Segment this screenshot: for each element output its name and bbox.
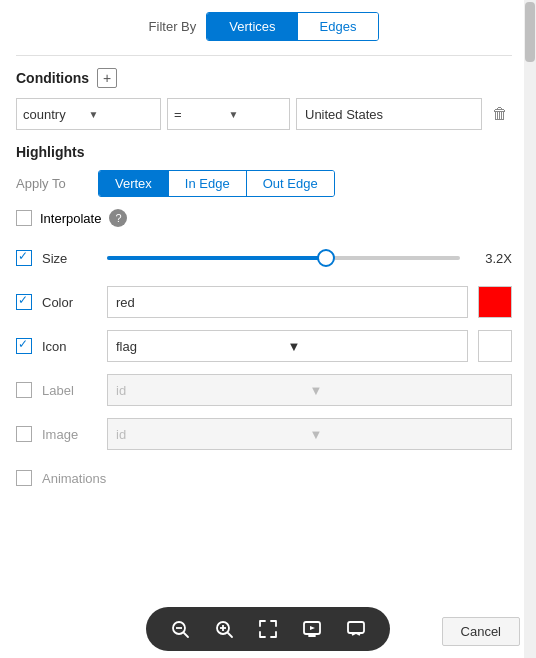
play-icon [302, 619, 322, 639]
vertices-button[interactable]: Vertices [207, 13, 297, 40]
content-area: Filter By Vertices Edges Conditions + co… [0, 0, 536, 658]
icon-select[interactable]: flag ▼ [107, 330, 468, 362]
size-checkbox[interactable] [16, 250, 32, 266]
zoom-in-icon [214, 619, 234, 639]
interpolate-label: Interpolate [40, 211, 101, 226]
panel: Filter By Vertices Edges Conditions + co… [0, 0, 536, 517]
bottom-toolbar: Cancel [0, 600, 536, 658]
condition-operator-value: = [174, 107, 229, 122]
condition-value-input[interactable] [296, 98, 482, 130]
svg-marker-8 [310, 626, 315, 630]
interpolate-checkbox[interactable] [16, 210, 32, 226]
animations-checkbox[interactable] [16, 470, 32, 486]
svg-line-2 [184, 633, 188, 637]
highlights-section: Highlights Apply To Vertex In Edge Out E… [16, 144, 512, 495]
size-value: 3.2X [480, 251, 512, 266]
image-select[interactable]: id ▼ [107, 418, 512, 450]
interpolate-row: Interpolate ? [16, 209, 512, 227]
size-row: Size 3.2X [16, 241, 512, 275]
label-dropdown-arrow: ▼ [310, 383, 504, 398]
delete-condition-button[interactable]: 🗑 [488, 105, 512, 123]
edges-button[interactable]: Edges [298, 13, 379, 40]
cancel-button[interactable]: Cancel [442, 617, 520, 646]
condition-operator-arrow: ▼ [228, 109, 283, 120]
chat-button[interactable] [342, 615, 370, 643]
animations-label: Animations [42, 471, 106, 486]
svg-rect-10 [348, 622, 364, 633]
label-checkbox[interactable] [16, 382, 32, 398]
condition-field-arrow: ▼ [88, 109, 153, 120]
label-row: Label id ▼ [16, 373, 512, 407]
apply-toggle-group: Vertex In Edge Out Edge [98, 170, 335, 197]
toolbar-pill [146, 607, 390, 651]
apply-to-row: Apply To Vertex In Edge Out Edge [16, 170, 512, 197]
add-condition-button[interactable]: + [97, 68, 117, 88]
bottom-buttons: Cancel [442, 617, 520, 646]
image-dropdown-arrow: ▼ [310, 427, 504, 442]
size-slider-track[interactable] [107, 256, 460, 260]
divider-top [16, 55, 512, 56]
zoom-out-icon [170, 619, 190, 639]
image-label: Image [42, 427, 97, 442]
icon-checkbox[interactable] [16, 338, 32, 354]
apply-inedge-button[interactable]: In Edge [168, 171, 246, 196]
highlights-title: Highlights [16, 144, 512, 160]
size-slider-thumb[interactable] [317, 249, 335, 267]
help-icon[interactable]: ? [109, 209, 127, 227]
filter-by-label: Filter By [149, 19, 197, 34]
zoom-in-button[interactable] [210, 615, 238, 643]
size-label: Size [42, 251, 97, 266]
expand-icon [258, 619, 278, 639]
expand-button[interactable] [254, 615, 282, 643]
image-checkbox[interactable] [16, 426, 32, 442]
conditions-title: Conditions [16, 70, 89, 86]
conditions-header: Conditions + [16, 68, 512, 88]
icon-label: Icon [42, 339, 97, 354]
color-row: Color [16, 285, 512, 319]
color-input[interactable] [107, 286, 468, 318]
condition-field-dropdown[interactable]: country ▼ [16, 98, 161, 130]
main-container: Filter By Vertices Edges Conditions + co… [0, 0, 536, 658]
icon-dropdown-arrow: ▼ [288, 339, 460, 354]
zoom-out-button[interactable] [166, 615, 194, 643]
color-label: Color [42, 295, 97, 310]
condition-row: country ▼ = ▼ 🗑 [16, 98, 512, 130]
svg-line-6 [228, 633, 232, 637]
icon-swatch[interactable] [478, 330, 512, 362]
image-placeholder: id [116, 427, 310, 442]
condition-operator-dropdown[interactable]: = ▼ [167, 98, 290, 130]
condition-field-value: country [23, 107, 88, 122]
icon-row: Icon flag ▼ [16, 329, 512, 363]
size-slider-fill [107, 256, 326, 260]
chat-icon [346, 619, 366, 639]
apply-to-label: Apply To [16, 176, 86, 191]
filter-toggle-group: Vertices Edges [206, 12, 379, 41]
scrollbar[interactable] [524, 0, 536, 658]
play-button[interactable] [298, 615, 326, 643]
label-select[interactable]: id ▼ [107, 374, 512, 406]
icon-select-value: flag [116, 339, 288, 354]
image-row: Image id ▼ [16, 417, 512, 451]
animations-row: Animations [16, 461, 512, 495]
size-slider-container [107, 256, 460, 260]
filter-by-row: Filter By Vertices Edges [16, 12, 512, 41]
scrollbar-thumb[interactable] [525, 2, 535, 62]
label-label: Label [42, 383, 97, 398]
apply-vertex-button[interactable]: Vertex [99, 171, 168, 196]
apply-outedge-button[interactable]: Out Edge [246, 171, 334, 196]
color-swatch[interactable] [478, 286, 512, 318]
label-placeholder: id [116, 383, 310, 398]
color-checkbox[interactable] [16, 294, 32, 310]
